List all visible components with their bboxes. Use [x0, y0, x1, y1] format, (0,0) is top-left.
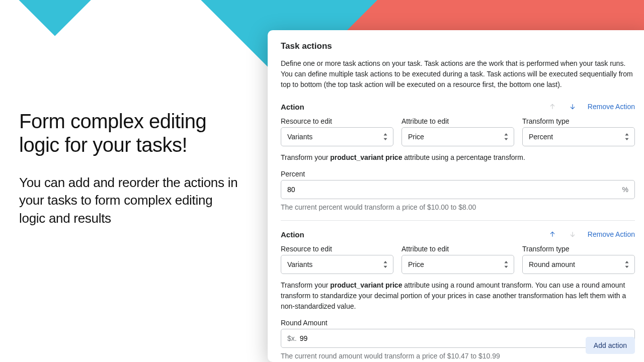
card-title: Task actions — [281, 41, 635, 51]
transform-summary: Transform your product_variant price att… — [281, 152, 635, 163]
arrow-down-icon — [569, 102, 576, 111]
transform-summary: Transform your product_variant price att… — [281, 280, 635, 312]
percent-input[interactable] — [287, 186, 622, 194]
action-label: Action — [281, 103, 547, 111]
select-value: Price — [408, 133, 424, 141]
task-action-1: Action Remove Action Resource to edit Va… — [281, 101, 635, 211]
resource-label: Resource to edit — [281, 245, 393, 253]
round-label: Round Amount — [281, 319, 635, 327]
attribute-select[interactable]: Price — [401, 127, 514, 146]
arrow-down-icon — [569, 230, 576, 239]
percent-suffix: % — [622, 186, 628, 194]
promo-subtext: You can add and reorder the actions in y… — [19, 174, 240, 227]
attribute-label: Attribute to edit — [401, 117, 514, 125]
arrow-up-icon — [549, 102, 556, 111]
divider — [281, 220, 635, 221]
task-action-2: Action Remove Action Resource to edit Va… — [281, 229, 635, 360]
promo-headline: Form complex editing logic for your task… — [19, 110, 240, 157]
arrow-up-icon — [549, 230, 556, 239]
select-caret-icon — [624, 133, 629, 140]
move-down-button[interactable] — [568, 101, 578, 112]
remove-action-button[interactable]: Remove Action — [588, 230, 635, 238]
resource-select[interactable]: Variants — [281, 255, 393, 274]
select-caret-icon — [504, 133, 509, 140]
resource-label: Resource to edit — [281, 117, 393, 125]
select-value: Round amount — [529, 260, 575, 268]
select-caret-icon — [504, 261, 509, 268]
select-value: Variants — [287, 133, 312, 141]
transform-select[interactable]: Round amount — [522, 255, 635, 274]
percent-hint: The current percent would transform a pr… — [281, 203, 635, 211]
move-up-button — [547, 101, 557, 112]
action-label: Action — [281, 230, 547, 239]
transform-select[interactable]: Percent — [522, 127, 635, 146]
percent-label: Percent — [281, 170, 635, 178]
select-value: Variants — [287, 260, 312, 268]
move-up-button[interactable] — [547, 229, 557, 240]
select-caret-icon — [383, 133, 388, 140]
attribute-select[interactable]: Price — [401, 255, 514, 274]
round-input-wrap: $x. — [281, 329, 635, 348]
task-actions-card: Task actions Define one or more task act… — [268, 30, 644, 362]
card-description: Define one or more task actions on your … — [281, 58, 635, 90]
move-down-button — [568, 229, 578, 240]
remove-action-button[interactable]: Remove Action — [588, 103, 635, 111]
percent-input-wrap: % — [281, 180, 635, 199]
add-action-button[interactable]: Add action — [586, 337, 635, 354]
select-caret-icon — [624, 261, 629, 268]
select-caret-icon — [383, 261, 388, 268]
attribute-label: Attribute to edit — [401, 245, 514, 253]
round-prefix: $x. — [287, 334, 297, 342]
transform-label: Transform type — [522, 117, 635, 125]
transform-label: Transform type — [522, 245, 635, 253]
resource-select[interactable]: Variants — [281, 127, 393, 146]
round-input[interactable] — [300, 334, 628, 342]
select-value: Percent — [529, 133, 553, 141]
round-hint: The current round amount would transform… — [281, 352, 635, 360]
select-value: Price — [408, 260, 424, 268]
